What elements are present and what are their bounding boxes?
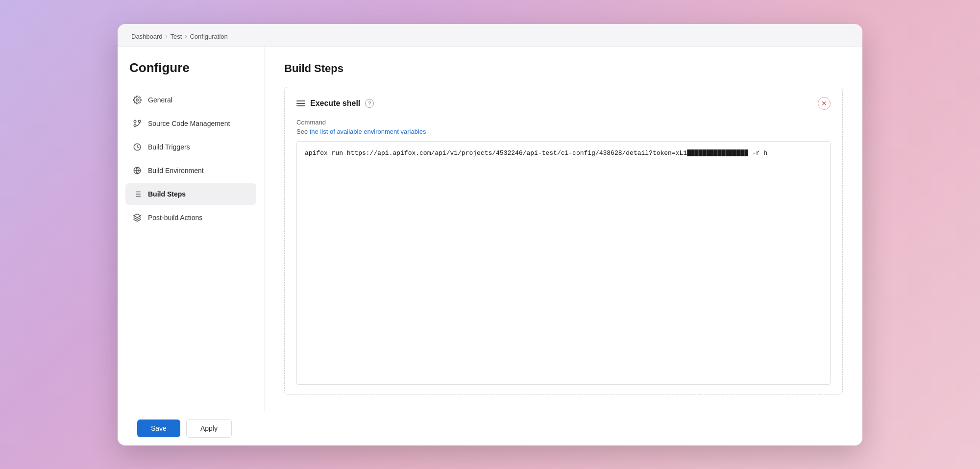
help-icon[interactable]: ? bbox=[365, 99, 374, 108]
breadcrumb-test[interactable]: Test bbox=[171, 33, 182, 40]
card-header-left: Execute shell ? bbox=[296, 99, 374, 108]
clock-icon bbox=[132, 142, 142, 152]
command-textarea[interactable]: apifox run https://api.apifox.com/api/v1… bbox=[296, 141, 831, 385]
breadcrumb: Dashboard › Test › Configuration bbox=[118, 24, 862, 47]
sidebar-item-build-triggers[interactable]: Build Triggers bbox=[125, 136, 256, 158]
sidebar-item-post-build[interactable]: Post-build Actions bbox=[125, 207, 256, 228]
sidebar-item-general[interactable]: General bbox=[125, 89, 256, 111]
drag-handle-icon[interactable] bbox=[296, 100, 305, 106]
cube-icon bbox=[132, 213, 142, 222]
bottom-bar: Save Apply bbox=[118, 411, 862, 445]
svg-point-1 bbox=[134, 120, 136, 123]
breadcrumb-dashboard[interactable]: Dashboard bbox=[131, 33, 163, 40]
sidebar-label-build-triggers: Build Triggers bbox=[148, 143, 190, 151]
sidebar-label-source-code: Source Code Management bbox=[148, 120, 230, 127]
app-window: Dashboard › Test › Configuration Configu… bbox=[118, 24, 862, 445]
execute-shell-card: Execute shell ? ✕ Command See the list o… bbox=[284, 87, 843, 395]
breadcrumb-sep-2: › bbox=[185, 33, 187, 40]
sidebar-label-build-steps: Build Steps bbox=[148, 190, 186, 198]
sidebar-label-post-build: Post-build Actions bbox=[148, 214, 202, 222]
env-vars-link[interactable]: the list of available environment variab… bbox=[310, 128, 426, 135]
card-header: Execute shell ? ✕ bbox=[296, 97, 831, 110]
svg-point-2 bbox=[134, 124, 136, 127]
svg-point-3 bbox=[138, 120, 141, 123]
section-title: Build Steps bbox=[284, 62, 843, 75]
sidebar-label-general: General bbox=[148, 96, 172, 104]
command-label: Command bbox=[296, 119, 831, 126]
sidebar-item-build-environment[interactable]: Build Environment bbox=[125, 160, 256, 181]
fork-icon bbox=[132, 119, 142, 128]
execute-shell-title: Execute shell bbox=[310, 99, 360, 108]
gear-icon bbox=[132, 95, 142, 105]
sidebar-title: Configure bbox=[125, 60, 256, 75]
sidebar: Configure General bbox=[118, 47, 265, 411]
sidebar-item-build-steps[interactable]: Build Steps bbox=[125, 183, 256, 205]
main-layout: Configure General bbox=[118, 47, 862, 411]
sidebar-item-source-code[interactable]: Source Code Management bbox=[125, 113, 256, 134]
svg-point-0 bbox=[136, 99, 139, 101]
env-vars-text: See the list of available environment va… bbox=[296, 128, 831, 135]
globe-icon bbox=[132, 166, 142, 175]
save-button[interactable]: Save bbox=[137, 420, 180, 437]
list-icon bbox=[132, 189, 142, 199]
sidebar-label-build-environment: Build Environment bbox=[148, 167, 204, 174]
breadcrumb-sep-1: › bbox=[166, 33, 168, 40]
breadcrumb-configuration[interactable]: Configuration bbox=[190, 33, 227, 40]
close-button[interactable]: ✕ bbox=[818, 97, 831, 110]
apply-button[interactable]: Apply bbox=[186, 419, 232, 438]
content-area: Build Steps Execute shell ? ✕ Command bbox=[265, 47, 862, 411]
